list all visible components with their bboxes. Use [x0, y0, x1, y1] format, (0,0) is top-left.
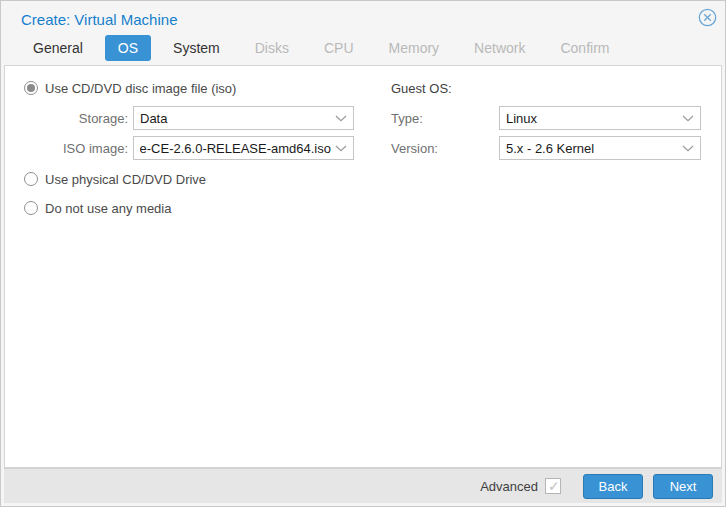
storage-field-row: Storage: Data: [24, 106, 354, 130]
guest-os-column: Guest OS: Type: Linux Version: 5.x - 2.6…: [391, 78, 701, 467]
iso-image-combobox[interactable]: e-CE-2.6.0-RELEASE-amd64.iso: [133, 136, 354, 160]
radio-physical-drive-label: Use physical CD/DVD Drive: [45, 172, 206, 187]
version-label: Version:: [391, 141, 499, 156]
radio-use-iso-label: Use CD/DVD disc image file (iso): [45, 81, 236, 96]
chevron-down-icon[interactable]: [682, 145, 694, 152]
radio-icon[interactable]: [24, 172, 38, 186]
type-field-row: Type: Linux: [391, 106, 701, 130]
version-field-row: Version: 5.x - 2.6 Kernel: [391, 136, 701, 160]
wizard-tabbar: General OS System Disks CPU Memory Netwo…: [1, 33, 725, 65]
type-combobox[interactable]: Linux: [499, 106, 701, 130]
tab-confirm: Confirm: [547, 35, 622, 61]
radio-icon[interactable]: [24, 81, 38, 95]
chevron-down-icon[interactable]: [335, 115, 347, 122]
radio-use-iso[interactable]: Use CD/DVD disc image file (iso): [24, 78, 354, 98]
guest-os-heading-row: Guest OS:: [391, 78, 701, 98]
iso-image-value: e-CE-2.6.0-RELEASE-amd64.iso: [140, 141, 331, 156]
storage-value: Data: [140, 111, 331, 126]
chevron-down-icon[interactable]: [335, 145, 347, 152]
tab-general[interactable]: General: [20, 35, 96, 61]
iso-image-label: ISO image:: [24, 141, 128, 156]
storage-label: Storage:: [24, 111, 128, 126]
type-label: Type:: [391, 111, 499, 126]
iso-field-row: ISO image: e-CE-2.6.0-RELEASE-amd64.iso: [24, 136, 354, 160]
tab-os[interactable]: OS: [105, 35, 151, 61]
media-column: Use CD/DVD disc image file (iso) Storage…: [24, 78, 354, 467]
back-button[interactable]: Back: [583, 474, 643, 499]
dialog-header: Create: Virtual Machine: [1, 1, 725, 33]
guest-os-heading: Guest OS:: [391, 81, 452, 96]
dialog-title: Create: Virtual Machine: [21, 11, 697, 28]
radio-physical-drive[interactable]: Use physical CD/DVD Drive: [24, 169, 354, 189]
tab-network: Network: [461, 35, 538, 61]
next-button[interactable]: Next: [653, 474, 713, 499]
radio-no-media[interactable]: Do not use any media: [24, 198, 354, 218]
os-tab-panel: Use CD/DVD disc image file (iso) Storage…: [4, 65, 722, 468]
tab-system[interactable]: System: [160, 35, 233, 61]
type-value: Linux: [506, 111, 678, 126]
advanced-label: Advanced: [480, 479, 538, 494]
storage-combobox[interactable]: Data: [133, 106, 354, 130]
tab-memory: Memory: [376, 35, 453, 61]
radio-icon[interactable]: [24, 201, 38, 215]
advanced-checkbox[interactable]: [545, 478, 561, 494]
create-vm-dialog: Create: Virtual Machine General OS Syste…: [0, 0, 726, 507]
close-button[interactable]: [697, 9, 717, 29]
chevron-down-icon[interactable]: [682, 115, 694, 122]
version-value: 5.x - 2.6 Kernel: [506, 141, 678, 156]
tab-cpu: CPU: [311, 35, 367, 61]
tab-disks: Disks: [242, 35, 302, 61]
dialog-footer: Advanced Back Next: [4, 468, 722, 503]
radio-no-media-label: Do not use any media: [45, 201, 171, 216]
version-combobox[interactable]: 5.x - 2.6 Kernel: [499, 136, 701, 160]
close-icon: [698, 8, 717, 31]
